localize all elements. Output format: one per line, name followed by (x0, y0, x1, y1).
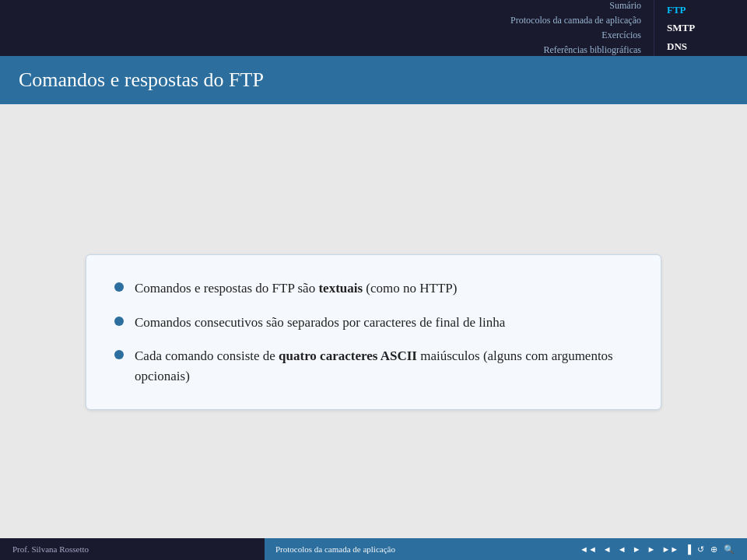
bullet-text-1: Comandos e respostas do FTP são textuais… (135, 278, 457, 299)
nav-search-icon[interactable]: 🔍 (722, 544, 736, 555)
bullet-item-3: Cada comando consiste de quatro caracter… (114, 346, 633, 386)
nav-item-sumario[interactable]: Sumário (609, 0, 641, 13)
slide-title-bar: Comandos e respostas do FTP (0, 56, 747, 104)
nav-zoom-icon[interactable]: ⊕ (709, 544, 719, 555)
nav-separator: ▐ (683, 544, 693, 554)
bullet-item-2: Comandos consecutivos são separados por … (114, 313, 633, 333)
nav-last-icon[interactable]: ►► (660, 544, 680, 554)
nav-refresh-icon[interactable]: ↺ (696, 544, 706, 555)
nav-section-smtp[interactable]: SMTP (667, 19, 747, 37)
bullet-text-2: Comandos consecutivos são separados por … (135, 313, 505, 333)
nav-item-exercicios[interactable]: Exercícios (601, 28, 641, 43)
content-card: Comandos e respostas do FTP são textuais… (86, 254, 661, 410)
footer-course-title: Protocolos da camada de aplicação (275, 544, 395, 554)
top-navigation-bar: Sumário Protocolos da camada de aplicaçã… (0, 0, 747, 56)
presentation-container: Sumário Protocolos da camada de aplicaçã… (0, 0, 747, 560)
nav-next-icon[interactable]: ► (646, 544, 658, 554)
nav-section-dns[interactable]: DNS (667, 37, 747, 55)
nav-item-protocolos[interactable]: Protocolos da camada de aplicação (510, 13, 641, 28)
nav-prev-section-icon[interactable]: ◄ (616, 544, 628, 554)
footer-author: Prof. Silvana Rossetto (0, 538, 265, 560)
nav-first-icon[interactable]: ◄◄ (578, 544, 598, 554)
nav-section-ftp[interactable]: FTP (667, 1, 747, 19)
nav-prev-icon[interactable]: ◄ (601, 544, 613, 554)
navigation-controls: ◄◄ ◄ ◄ ► ► ►► ▐ ↺ ⊕ 🔍 (578, 544, 736, 555)
slide-footer: Prof. Silvana Rossetto Protocolos da cam… (0, 538, 747, 560)
bullet-dot-3 (114, 350, 124, 359)
nav-menu-left: Sumário Protocolos da camada de aplicaçã… (0, 0, 654, 56)
bullet-text-3: Cada comando consiste de quatro caracter… (135, 346, 633, 386)
slide-content-area: Comandos e respostas do FTP são textuais… (0, 104, 747, 560)
slide-title: Comandos e respostas do FTP (19, 68, 264, 92)
bullet-dot-2 (114, 317, 124, 326)
footer-right-section: Protocolos da camada de aplicação ◄◄ ◄ ◄… (265, 538, 747, 560)
bullet-item-1: Comandos e respostas do FTP são textuais… (114, 278, 633, 299)
nav-section-right: FTP SMTP DNS (654, 0, 747, 56)
bullet-dot-1 (114, 282, 124, 292)
nav-next-section-icon[interactable]: ► (631, 544, 643, 554)
footer-author-text: Prof. Silvana Rossetto (12, 544, 89, 554)
